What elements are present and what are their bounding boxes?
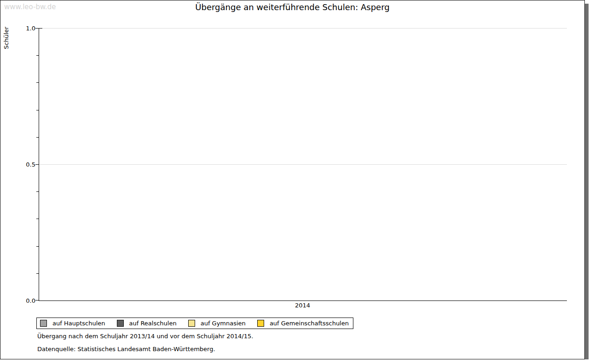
y-minor-tick (36, 82, 39, 83)
y-axis-label: Schüler (3, 27, 10, 49)
gridline-1.0 (39, 28, 567, 29)
y-minor-tick (36, 191, 39, 192)
legend-item-realschulen: auf Realschulen (117, 320, 177, 327)
axis-top-stub (39, 28, 42, 29)
gridline-0.5 (39, 164, 567, 165)
y-tick-label-0.0: 0.0 (14, 297, 35, 304)
y-minor-tick (36, 246, 39, 247)
legend-label-realschulen: auf Realschulen (129, 320, 177, 327)
legend-item-hauptschulen: auf Hauptschulen (40, 320, 105, 327)
legend-label-hauptschulen: auf Hauptschulen (52, 320, 105, 327)
legend-swatch-gemeinschaftsschulen (257, 320, 264, 327)
plot-area (39, 28, 567, 301)
legend-label-gymnasien: auf Gymnasien (201, 320, 246, 327)
legend: auf Hauptschulen auf Realschulen auf Gym… (36, 318, 353, 329)
chart-title: Übergänge an weiterführende Schulen: Asp… (0, 2, 584, 12)
footnote-transition-period: Übergang nach dem Schuljahr 2013/14 und … (37, 333, 253, 340)
footnote-data-source: Datenquelle: Statistisches Landesamt Bad… (37, 346, 215, 352)
y-major-tick (35, 164, 39, 165)
legend-item-gemeinschaftsschulen: auf Gemeinschaftsschulen (257, 320, 349, 327)
y-tick-label-1.0: 1.0 (14, 25, 35, 32)
legend-item-gymnasien: auf Gymnasien (188, 320, 246, 327)
y-minor-tick (36, 137, 39, 138)
legend-swatch-gymnasien (188, 320, 195, 327)
y-major-tick (35, 28, 39, 29)
chart-page: www.leo-bw.de Übergänge an weiterführend… (0, 0, 585, 359)
y-minor-tick (36, 219, 39, 219)
x-tick-label-2014: 2014 (39, 302, 566, 309)
legend-label-gemeinschaftsschulen: auf Gemeinschaftsschulen (270, 320, 349, 327)
y-minor-tick (36, 273, 39, 274)
y-major-tick (35, 300, 39, 300)
legend-swatch-realschulen (117, 320, 124, 327)
y-minor-tick (36, 55, 39, 56)
legend-swatch-hauptschulen (40, 320, 47, 327)
y-tick-label-0.5: 0.5 (14, 161, 35, 168)
y-minor-tick (36, 110, 39, 110)
